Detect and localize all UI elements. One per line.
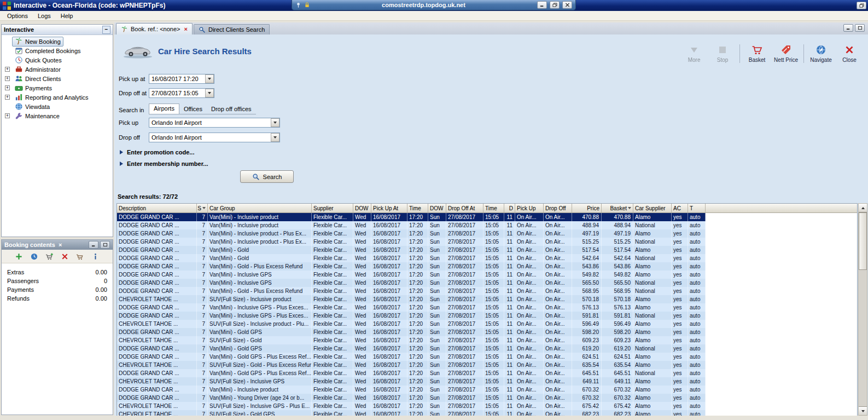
booking-toolbar-add-to-basket-button[interactable] [45,252,54,261]
toolbar-close-button[interactable]: Close [836,43,863,64]
sidebar-item-payments[interactable]: +Payments [2,83,113,93]
column-header-car-group-2[interactable]: Car Group [208,204,312,212]
booking-toolbar-info-button[interactable] [91,252,100,261]
expand-plus-icon[interactable]: + [5,85,10,90]
column-header-ac-16[interactable]: AC [672,204,688,212]
table-row[interactable]: CHEVROLET TAHOE ...7SUV(Full Size) - Inc… [117,295,857,303]
search-button[interactable]: Search [240,170,294,183]
expand-plus-icon[interactable]: + [5,76,10,81]
drop-off-combo[interactable]: Orlando Intl Airport [149,133,280,142]
column-header-time-6[interactable]: Time [407,204,428,212]
table-row[interactable]: DODGE GRAND CAR ...7Van(Mini) - GoldFlex… [117,254,857,262]
window-restore-button[interactable] [857,2,866,9]
menu-item-options[interactable]: Options [2,12,33,20]
sidebar-item-direct-clients[interactable]: +Direct Clients [2,74,113,83]
table-row[interactable]: CHEVROLET TAHOE ...7SUV(Full Size) - Inc… [117,402,857,410]
tab-book-ref-none[interactable]: Book. ref.: <none>× [116,23,193,34]
pick-up-at-input[interactable]: 16/08/2017 17:20 [149,74,214,84]
tab-direct-clients-search[interactable]: Direct Clients Search [194,24,270,34]
search-in-tab-airports[interactable]: Airports [149,103,179,114]
menu-item-logs[interactable]: Logs [33,12,56,20]
column-header-price-13[interactable]: Price [572,204,602,212]
toolbar-basket-button[interactable]: Basket [744,43,770,64]
tab-close-icon[interactable]: × [184,26,188,32]
column-header-d-10[interactable]: D [504,204,515,212]
table-row[interactable]: DODGE GRAND CAR ...7Van(Mini) - Gold - P… [117,287,857,295]
expand-plus-icon[interactable]: + [5,113,10,118]
booking-panel-close-icon[interactable]: × [59,241,62,248]
pick-up-combo[interactable]: Orlando Intl Airport [149,118,280,128]
sidebar-item-viewdata[interactable]: Viewdata [2,102,113,111]
column-header-supplier-3[interactable]: Supplier [312,204,353,212]
table-row[interactable]: DODGE GRAND CAR ...7Van(Mini) - Inclusiv… [117,312,857,320]
table-row[interactable]: DODGE GRAND CAR ...7Van(Mini) - Young Dr… [117,394,857,402]
pick-up-at-dropdown-button[interactable] [205,74,214,83]
table-row[interactable]: CHEVROLET TAHOE ...7SUV(Full Size) - Gol… [117,336,857,344]
drop-off-at-input[interactable]: 27/08/2017 15:05 [149,88,214,98]
booking-toolbar-add-button[interactable] [15,252,23,261]
sidebar-item-reporting-and-analytics[interactable]: +Reporting and Analytics [2,93,113,102]
table-row[interactable]: DODGE GRAND CAR ...7Van(Mini) - Inclusiv… [117,238,857,246]
column-header-s-1[interactable]: S [197,204,208,212]
vertical-scrollbar[interactable] [858,203,867,416]
rdp-minimize-button[interactable] [537,1,547,9]
pick-up-dropdown-button[interactable] [271,118,279,127]
table-row[interactable]: DODGE GRAND CAR ...7Van(Mini) - Gold GPS… [117,369,857,377]
table-row[interactable]: DODGE GRAND CAR ...7Van(Mini) - Inclusiv… [117,386,857,394]
column-header-t-17[interactable]: T [688,204,706,212]
toolbar-nett-price-button[interactable]: Nett Price [772,43,800,64]
sidebar-item-administrator[interactable]: +Administrator [2,65,113,74]
table-row[interactable]: DODGE GRAND CAR ...7Van(Mini) - GoldFlex… [117,246,857,254]
table-row[interactable]: DODGE GRAND CAR ...7Van(Mini) - Gold - P… [117,262,857,271]
search-in-tab-drop-off-offices[interactable]: Drop off offices [207,105,256,114]
sidebar-item-completed-bookings[interactable]: Completed Bookings [2,46,113,55]
table-row[interactable]: DODGE GRAND CAR ...7Van(Mini) - Inclusiv… [117,213,857,221]
drop-off-dropdown-button[interactable] [271,133,279,142]
scroll-up-button[interactable] [859,204,867,212]
sidebar-item-quick-quotes[interactable]: Quick Quotes [2,55,113,65]
column-header-dow-7[interactable]: DOW [428,204,446,212]
table-row[interactable]: CHEVROLET TAHOE ...7SUV(Full Size) - Inc… [117,377,857,386]
panel-collapse-button[interactable]: − [102,26,110,34]
sidebar-item-new-booking[interactable]: New Booking [2,37,113,46]
column-header-car-supplier-15[interactable]: Car Supplier [633,204,672,212]
booking-toolbar-view-button[interactable] [30,252,38,261]
booking-toolbar-delete-button[interactable] [61,252,69,261]
drop-off-at-dropdown-button[interactable] [205,89,214,97]
booking-toolbar-basket-button[interactable] [76,252,84,261]
toolbar-navigate-button[interactable]: Navigate [808,43,834,64]
search-in-tab-offices[interactable]: Offices [179,105,207,114]
mdi-minimize-button[interactable] [843,24,853,32]
column-header-description-0[interactable]: Description [117,204,197,212]
expand-plus-icon[interactable]: + [5,95,10,100]
table-row[interactable]: DODGE GRAND CAR ...7Van(Mini) - Gold GPS… [117,353,857,361]
column-header-drop-off-at-8[interactable]: Drop Off At [446,204,483,212]
table-row[interactable]: CHEVROLET TAHOE ...7SUV(Full Size) - Gol… [117,361,857,369]
column-header-pick-up-11[interactable]: Pick Up [515,204,544,212]
column-header-basket-14[interactable]: Basket [602,204,633,212]
table-row[interactable]: CHEVROLET TAHOE ...7SUV(Full Size) - Inc… [117,320,857,328]
rdp-restore-button[interactable] [550,1,560,9]
column-header-pick-up-at-5[interactable]: Pick Up At [371,204,407,212]
menu-item-help[interactable]: Help [56,12,78,20]
membership-number-expander[interactable]: Enter membership number... [120,160,208,168]
table-row[interactable]: DODGE GRAND CAR ...7Van(Mini) - Gold GPS… [117,344,857,353]
table-row[interactable]: DODGE GRAND CAR ...7Van(Mini) - Inclusiv… [117,221,857,229]
column-header-drop-off-12[interactable]: Drop Off [544,204,572,212]
table-row[interactable]: CHEVROLET TAHOE ...7SUV(Full Size) - Gol… [117,410,857,416]
table-row[interactable]: DODGE GRAND CAR ...7Van(Mini) - Inclusiv… [117,279,857,287]
booking-panel-float-button[interactable] [100,241,110,249]
sidebar-item-maintenance[interactable]: +Maintenance [2,111,113,120]
table-row[interactable]: DODGE GRAND CAR ...7Van(Mini) - Inclusiv… [117,271,857,279]
expand-plus-icon[interactable]: + [5,67,10,72]
mdi-restore-button[interactable] [855,24,865,32]
scroll-down-button[interactable] [859,406,867,415]
rdp-close-button[interactable] [562,1,572,9]
table-row[interactable]: DODGE GRAND CAR ...7Van(Mini) - Inclusiv… [117,229,857,238]
table-row[interactable]: DODGE GRAND CAR ...7Van(Mini) - Gold GPS… [117,328,857,336]
column-header-time-9[interactable]: Time [483,204,504,212]
table-row[interactable]: DODGE GRAND CAR ...7Van(Mini) - Inclusiv… [117,303,857,312]
scrollbar-thumb[interactable] [859,212,867,270]
column-header-dow-4[interactable]: DOW [353,204,371,212]
booking-panel-minimize-button[interactable] [89,241,98,249]
